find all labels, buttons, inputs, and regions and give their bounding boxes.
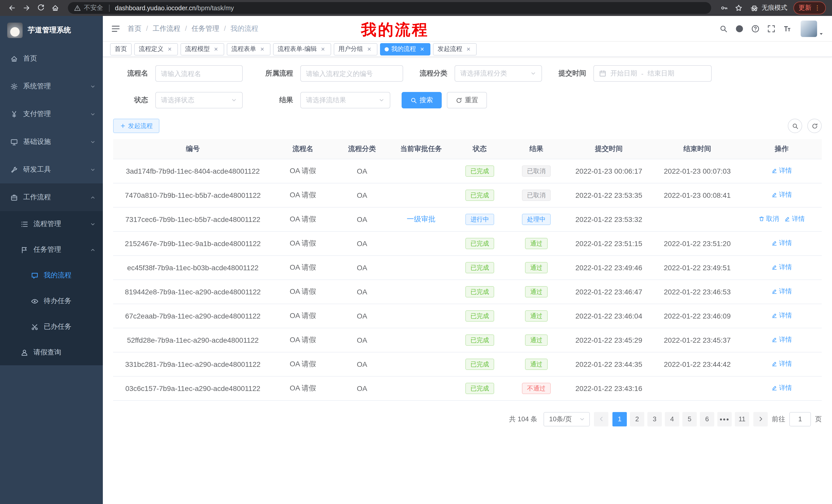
cell-id: 03c6c157-7b9a-11ec-a290-acde48001122 [113,376,272,400]
sidebar-item-leave-query[interactable]: 请假查询 [0,340,103,365]
toggle-search-button[interactable] [788,119,802,133]
browser-menu-icon[interactable] [814,5,821,11]
back-button[interactable] [6,2,18,13]
tab-home[interactable]: 首页 [110,43,132,55]
detail-link[interactable]: 详情 [771,263,792,272]
tab-process-definition[interactable]: 流程定义× [134,43,178,55]
sidebar-item-payment[interactable]: 支付管理 [0,100,103,128]
sidebar-item-system[interactable]: 系统管理 [0,73,103,100]
breadcrumb-separator: / [224,25,226,32]
page-button[interactable]: 5 [682,412,697,426]
reload-button[interactable] [35,2,46,13]
sidebar-item-infrastructure[interactable]: 基础设施 [0,128,103,156]
cell-status: 已完成 [451,183,508,207]
detail-link[interactable]: 详情 [771,335,792,344]
detail-link[interactable]: 详情 [771,384,792,393]
next-page-button[interactable] [753,412,768,426]
search-button[interactable]: 搜索 [401,92,442,108]
page-button[interactable]: 11 [735,412,749,426]
cell-actions: 详情 [742,183,822,207]
close-icon[interactable]: × [212,46,219,53]
sidebar-item-my-process[interactable]: 我的流程 [0,262,103,288]
status-select[interactable]: 请选择状态 [155,92,243,108]
logo[interactable]: 芋道管理系统 [0,16,103,45]
screen: 不安全 dashboard.yudao.iocoder.cn/bpm/task/… [0,0,832,504]
close-icon[interactable]: × [366,46,373,53]
user-menu[interactable] [801,20,824,37]
cell-status: 已完成 [451,376,508,400]
column-header: 当前审批任务 [391,139,451,159]
tab-process-form[interactable]: 流程表单× [227,43,270,55]
category-select[interactable]: 请选择流程分类 [454,65,542,82]
breadcrumb-item[interactable]: 任务管理 [191,24,219,33]
page-button[interactable]: 3 [647,412,662,426]
close-icon[interactable]: × [319,46,327,53]
bookmark-button[interactable] [733,2,744,13]
create-process-button[interactable]: 发起流程 [113,119,159,133]
header-search-button[interactable] [717,22,730,35]
tab-process-model[interactable]: 流程模型× [181,43,224,55]
page-button[interactable]: 2 [630,412,644,426]
update-button[interactable]: 更新 [794,2,826,15]
breadcrumb-item[interactable]: 工作流程 [153,24,181,33]
close-icon[interactable]: × [166,46,173,53]
tab-user-group[interactable]: 用户分组× [334,43,378,55]
result-select[interactable]: 请选择流结果 [300,92,390,108]
sidebar-item-home[interactable]: 首页 [0,45,103,73]
detail-link[interactable]: 详情 [771,239,792,248]
detail-link[interactable]: 详情 [771,311,792,320]
process-name-input[interactable] [155,65,243,82]
page-button[interactable]: 6 [700,412,714,426]
tab-create-process[interactable]: 发起流程× [433,43,477,55]
browser-home-button[interactable] [49,2,61,13]
forward-button[interactable] [21,2,32,13]
cancel-link[interactable]: 取消 [758,215,779,223]
status-tag: 已完成 [465,358,494,370]
edit-icon [771,337,778,343]
detail-link[interactable]: 详情 [771,287,792,296]
more-pages-button[interactable]: ●●● [717,412,732,426]
close-icon[interactable]: × [465,46,472,53]
detail-link[interactable]: 详情 [784,215,805,223]
current-task-link[interactable]: 一级审批 [407,215,436,223]
range-separator: - [641,69,644,77]
detail-link[interactable]: 详情 [771,360,792,368]
goto-page-input[interactable] [789,412,811,426]
github-button[interactable] [733,22,746,35]
process-definition-input[interactable] [300,65,403,82]
address-bar[interactable]: 不安全 dashboard.yudao.iocoder.cn/bpm/task/… [68,2,711,14]
breadcrumb-item[interactable]: 首页 [128,24,141,33]
reset-button[interactable]: 重置 [447,92,487,108]
submit-time-range-picker[interactable]: 开始日期 - 结束日期 [593,65,712,82]
url-path: /bpm/task/my [196,4,234,11]
close-icon[interactable]: × [419,46,426,53]
close-icon[interactable]: × [259,46,266,53]
sidebar-toggle[interactable] [111,24,120,33]
sidebar-item-done-tasks[interactable]: 已办任务 [0,314,103,340]
font-size-button[interactable] [781,22,794,35]
help-button[interactable] [749,22,762,35]
sidebar-item-process-management[interactable]: 流程管理 [0,211,103,237]
tab-process-form-edit[interactable]: 流程表单-编辑× [273,43,331,55]
tab-my-process[interactable]: 我的流程× [380,43,431,55]
sidebar-item-todo-tasks[interactable]: 待办任务 [0,288,103,314]
cell-result: 通过 [508,231,565,255]
page-size-select[interactable]: 10条/页 [544,412,590,426]
cell-id: 3ad174fb-7b9d-11ec-8404-acde48001122 [113,159,272,183]
sidebar-item-devtools[interactable]: 研发工具 [0,156,103,184]
password-key-icon[interactable] [718,2,730,13]
sidebar-item-task-management[interactable]: 任务管理 [0,237,103,262]
page-button[interactable]: 1 [613,412,627,426]
refresh-table-button[interactable] [807,119,822,133]
sidebar-item-workflow[interactable]: 工作流程 [0,184,103,211]
detail-link[interactable]: 详情 [771,191,792,199]
infra-icon [10,138,18,146]
cell-process-name: OA 请假 [272,279,333,304]
fullscreen-button[interactable] [765,22,778,35]
cell-end-time [653,376,742,400]
page-button[interactable]: 4 [665,412,679,426]
prev-page-button[interactable] [594,412,608,426]
logo-image [7,23,23,38]
detail-link[interactable]: 详情 [771,166,792,175]
edit-icon [771,288,778,295]
